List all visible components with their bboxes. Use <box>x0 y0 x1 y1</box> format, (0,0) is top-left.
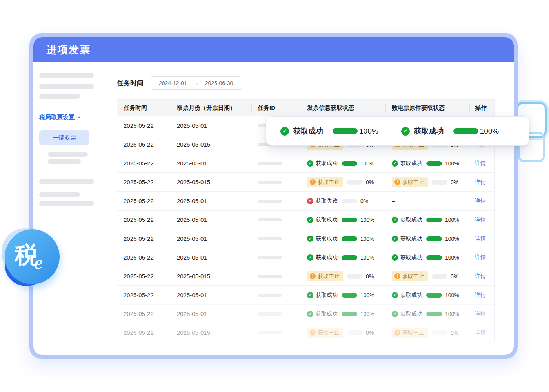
skeleton-bar <box>39 201 94 206</box>
invoice-info-status-cell: ✓获取成功100% <box>301 154 385 172</box>
progress-percent: 100% <box>360 160 374 167</box>
digital-original-status-cell: ✓获取成功100% <box>385 286 469 304</box>
progress-percent: 100% <box>360 254 374 261</box>
sidebar-item-tax-ticket-settings[interactable]: 税局取票设置 ▲ <box>39 114 102 121</box>
progress-bar <box>342 218 357 222</box>
table-row: 2025-05-22 2025-05-01 ✓获取成功100% ✓获取成功100… <box>117 210 494 229</box>
task-id-skeleton <box>258 162 282 165</box>
progress-percent: 100% <box>445 292 459 298</box>
status-label: 获取成功 <box>400 235 422 242</box>
popup-progress-bar <box>333 128 358 134</box>
status-zoom-popup: ✓ 获取成功 100% ✓ 获取成功 100% <box>266 116 529 146</box>
warning-icon: ! <box>310 273 316 279</box>
check-icon: ✓ <box>392 254 398 261</box>
ticket-month-cell: 2025-05-01 <box>171 211 251 229</box>
progress-percent: 100% <box>445 236 459 242</box>
task-time-label: 任务时间 <box>117 79 144 88</box>
task-time-cell: 2025-05-22 <box>117 211 171 229</box>
table-row: 2025-05-22 2025-05-015 !获取中止0% !获取中止0% 详… <box>117 323 494 342</box>
progress-bar <box>342 312 357 316</box>
status-label: 获取成功 <box>400 310 422 318</box>
check-icon: ✓ <box>392 311 398 317</box>
status-label: 获取成功 <box>316 310 338 318</box>
ticket-month-cell: 2025-05-015 <box>171 267 251 285</box>
progress-bar <box>342 236 357 241</box>
progress-percent: 100% <box>445 160 459 167</box>
detail-link[interactable]: 详情 <box>475 216 486 223</box>
check-icon: ✓ <box>392 160 398 167</box>
invoice-info-status-cell: ✓获取成功100% <box>301 305 385 323</box>
popup-invoice-status-group: ✓ 获取成功 100% <box>280 126 378 136</box>
page: 进项发票 税局取票设置 ▲ 一键取票 <box>0 0 549 392</box>
detail-link[interactable]: 详情 <box>475 198 486 205</box>
action-cell: 详情 <box>469 192 495 210</box>
date-range-input[interactable]: 2024-12-01 → 2025-06-30 <box>151 76 241 90</box>
warning-icon: ! <box>394 179 400 185</box>
task-time-cell: 2025-05-22 <box>117 305 171 323</box>
task-id-cell <box>251 248 301 267</box>
warning-icon: ! <box>394 330 400 336</box>
invoice-info-status-cell: ✓获取成功100% <box>301 229 385 248</box>
check-icon: ✓ <box>307 217 313 223</box>
task-time-cell: 2025-05-22 <box>117 286 171 304</box>
progress-bar <box>432 330 447 335</box>
check-icon: ✓ <box>307 311 313 317</box>
col-header-actions: 操作 <box>469 100 495 116</box>
toolbar: 任务时间 2024-12-01 → 2025-06-30 <box>117 76 495 90</box>
table-row: 2025-05-22 2025-05-01 ✓获取成功100% ✓获取成功100… <box>117 285 494 304</box>
detail-link[interactable]: 详情 <box>475 160 486 167</box>
check-icon: ✓ <box>307 236 313 242</box>
invoice-info-status-cell: !获取中止0% <box>301 323 385 342</box>
detail-link[interactable]: 详情 <box>475 329 486 336</box>
collapse-caret-icon[interactable]: ▲ <box>77 116 81 119</box>
table-row: 2025-05-22 2025-05-01 ×获取失败0% – 详情 <box>117 191 494 210</box>
app-body: 税局取票设置 ▲ 一键取票 任务时间 2024-12-01 <box>33 62 514 355</box>
digital-original-status-cell: ✓获取成功100% <box>385 211 469 229</box>
check-icon: ✓ <box>307 292 313 298</box>
status-label: 获取中止 <box>318 329 340 336</box>
task-time-cell: 2025-05-22 <box>117 267 171 285</box>
popup-status-label: 获取成功 <box>293 126 323 136</box>
progress-percent: 0% <box>366 179 374 185</box>
sidebar: 税局取票设置 ▲ 一键取票 <box>33 62 102 355</box>
one-click-fetch-button[interactable]: 一键取票 <box>39 130 89 145</box>
task-id-skeleton <box>258 294 282 297</box>
detail-link[interactable]: 详情 <box>475 273 486 280</box>
empty-status-dash: – <box>392 198 395 204</box>
detail-link[interactable]: 详情 <box>475 310 486 318</box>
date-start-value[interactable]: 2024-12-01 <box>159 80 187 86</box>
app-window: 进项发票 税局取票设置 ▲ 一键取票 <box>29 33 518 359</box>
digital-original-status-cell: !获取中止0% <box>385 173 469 191</box>
digital-original-status-cell: !获取中止0% <box>385 267 469 285</box>
ticket-month-cell: 2025-05-01 <box>171 229 251 248</box>
task-id-cell <box>251 154 301 172</box>
progress-bar <box>432 274 447 279</box>
detail-link[interactable]: 详情 <box>475 235 486 242</box>
skeleton-bar <box>48 159 81 164</box>
invoice-info-status-cell: !获取中止0% <box>301 173 385 191</box>
app-card: 进项发票 税局取票设置 ▲ 一键取票 <box>33 37 514 355</box>
detail-link[interactable]: 详情 <box>475 292 486 299</box>
digital-original-status-cell: !获取中止0% <box>385 323 469 342</box>
warning-icon: ! <box>310 330 316 336</box>
progress-percent: 0% <box>451 273 458 279</box>
progress-bar <box>426 161 442 166</box>
skeleton-bar <box>39 84 94 89</box>
digital-original-status-cell: ✓获取成功100% <box>385 305 469 323</box>
task-id-cell <box>251 173 301 191</box>
table-row: 2025-05-22 2025-05-01 ✓获取成功100% ✓获取成功100… <box>117 229 494 248</box>
detail-link[interactable]: 详情 <box>475 254 486 261</box>
detail-link[interactable]: 详情 <box>475 179 486 186</box>
skeleton-bar <box>39 94 80 99</box>
digital-original-status-cell: ✓获取成功100% <box>385 154 469 172</box>
progress-bar <box>347 274 363 279</box>
col-header-digital-original-status: 数电票原件获取状态 <box>385 100 469 116</box>
table-row: 2025-05-22 2025-05-015 !获取中止0% !获取中止0% 详… <box>117 267 494 285</box>
progress-bar <box>347 180 363 185</box>
popup-status-label: 获取成功 <box>414 126 444 136</box>
task-id-skeleton <box>258 256 282 259</box>
progress-bar <box>347 330 363 335</box>
date-end-value[interactable]: 2025-06-30 <box>205 80 233 86</box>
progress-bar <box>342 293 357 298</box>
status-label: 获取成功 <box>316 160 338 167</box>
